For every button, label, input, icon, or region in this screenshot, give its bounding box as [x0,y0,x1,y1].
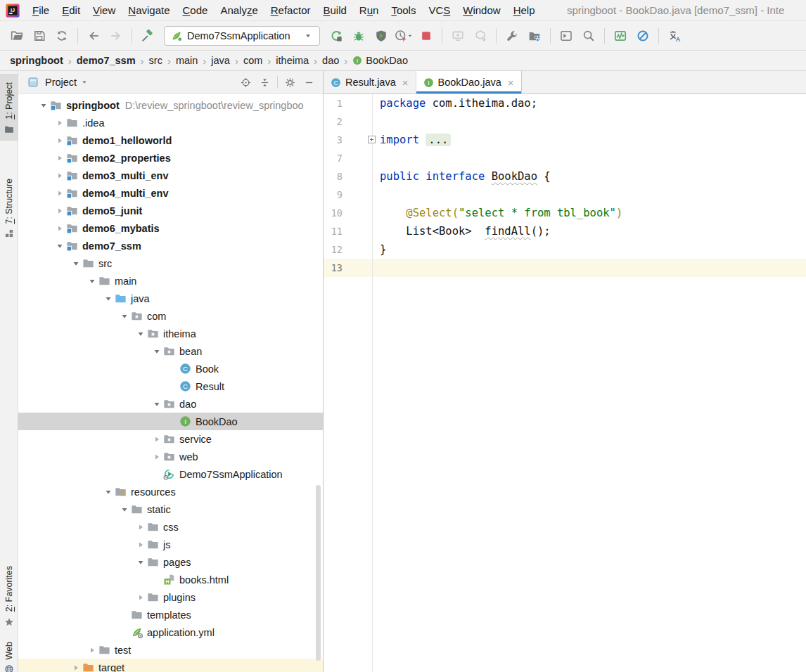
arrow-collapsed-icon[interactable] [134,536,147,553]
breadcrumb-item-src[interactable]: src [149,55,162,66]
collapse-all-button[interactable] [255,73,274,92]
tree-row-web[interactable]: web [18,448,323,465]
editor[interactable]: 1package com.itheima.dao;23import ...78p… [324,94,806,672]
tree-row-com[interactable]: com [18,307,323,325]
tool-window-tab-2-favorites[interactable]: 2: Favorites [0,557,18,633]
build-project-button[interactable] [136,25,159,46]
save-all-button[interactable] [28,25,51,46]
tree-row-bean[interactable]: bean [18,342,323,360]
tree-row-js[interactable]: js [18,536,323,553]
fold-expand-icon[interactable] [368,136,376,143]
tree-row-demo6-mybatis[interactable]: demo6_mybatis [18,219,323,237]
tree-row-idea[interactable]: .idea [18,114,323,131]
tree-row-demo7-ssm[interactable]: demo7_ssm [18,237,323,254]
stop-button[interactable] [415,25,437,46]
tree-row-book[interactable]: CBook [18,360,323,377]
menu-item-code[interactable]: Code [177,0,215,21]
arrow-collapsed-icon[interactable] [53,184,66,202]
close-tab-icon[interactable]: × [508,77,514,88]
arrow-expanded-icon[interactable] [150,342,163,360]
editor-empty-area[interactable] [324,277,806,672]
menu-item-help[interactable]: Help [507,0,542,21]
tree-row-templates[interactable]: templates [18,606,323,623]
menu-item-edit[interactable]: Edit [56,0,87,21]
tree-row-static[interactable]: static [18,500,323,518]
blocker-button[interactable] [632,25,654,46]
run-button[interactable] [325,25,347,46]
editor-tab-result-java[interactable]: CResult.java× [324,71,416,93]
menu-item-window[interactable]: Window [456,0,506,21]
arrow-collapsed-icon[interactable] [53,131,66,149]
menu-item-refactor[interactable]: Refactor [264,0,317,21]
hide-panel-button[interactable] [300,73,319,92]
arrow-expanded-icon[interactable] [85,272,98,290]
breadcrumb-item-java[interactable]: java [211,55,230,66]
tree-row-books-html[interactable]: Hbooks.html [18,571,323,588]
menu-item-vcs[interactable]: VCS [422,0,456,21]
tree-row-demo3-multi-env[interactable]: demo3_multi_env [18,167,323,184]
translate-button[interactable]: A [663,25,686,46]
arrow-collapsed-icon[interactable] [134,518,147,536]
arrow-expanded-icon[interactable] [69,254,82,272]
synchronize-button[interactable] [51,25,73,46]
attach-debugger-button[interactable] [447,25,469,46]
arrow-collapsed-icon[interactable] [69,659,82,672]
tree-row-bookdao[interactable]: IBookDao [18,413,323,430]
breadcrumb-item-dao[interactable]: dao [322,55,339,66]
run-anything-button[interactable] [555,25,577,46]
search-everywhere-button[interactable] [577,25,600,46]
close-tab-icon[interactable]: × [402,77,409,88]
back-button[interactable] [82,25,105,46]
tool-window-tab-7-structure[interactable]: 7: Structure [0,170,18,245]
activity-monitor-button[interactable] [609,25,632,46]
tree-row-resources[interactable]: resources [18,483,323,500]
folded-imports-chip[interactable]: ... [426,134,451,146]
tree-row-java[interactable]: java [18,290,323,307]
menu-item-file[interactable]: File [26,0,56,21]
arrow-collapsed-icon[interactable] [134,588,147,606]
menu-item-run[interactable]: Run [353,0,385,21]
arrow-expanded-icon[interactable] [101,290,115,307]
run-with-coverage-button[interactable] [370,25,392,46]
tree-row-src[interactable]: src [18,254,323,272]
locate-button[interactable] [236,73,255,92]
tree-row-pages[interactable]: pages [18,553,323,571]
breadcrumb-item-demo7-ssm[interactable]: demo7_ssm [77,55,136,66]
arrow-expanded-icon[interactable] [101,483,115,500]
forward-button[interactable] [105,25,127,46]
project-structure-button[interactable] [523,25,546,46]
breadcrumb-item-com[interactable]: com [243,55,262,66]
arrow-collapsed-icon[interactable] [53,202,66,219]
menu-item-analyze[interactable]: Analyze [214,0,264,21]
breadcrumb-item-springboot[interactable]: springboot [10,55,63,66]
tree-row-dao[interactable]: dao [18,395,323,413]
tree-scrollbar[interactable] [316,485,321,661]
editor-tab-bookdao-java[interactable]: IBookDao.java× [416,71,522,93]
tree-row-result[interactable]: CResult [18,377,323,395]
arrow-expanded-icon[interactable] [150,395,163,413]
update-application-button[interactable] [469,25,492,46]
arrow-expanded-icon[interactable] [53,237,66,254]
tool-window-tab-1-project[interactable]: 1: Project [0,74,18,141]
breadcrumb-item-itheima[interactable]: itheima [276,55,309,66]
debug-button[interactable] [347,25,370,46]
tree-row-css[interactable]: css [18,518,323,536]
tree-row-springboot[interactable]: springbootD:\review_springboot\review_sp… [18,96,323,114]
arrow-expanded-icon[interactable] [117,307,131,325]
arrow-expanded-icon[interactable] [134,553,147,571]
arrow-collapsed-icon[interactable] [53,167,66,184]
arrow-collapsed-icon[interactable] [53,219,66,237]
tree-row-demo1-helloworld[interactable]: demo1_helloworld [18,131,323,149]
arrow-collapsed-icon[interactable] [85,641,98,659]
breadcrumb-item-bookdao[interactable]: IBookDao [352,55,408,66]
profiler-button[interactable] [392,25,415,46]
run-config-select[interactable]: Demo7SsmApplication [164,26,320,46]
tree-row-test[interactable]: test [18,641,323,659]
tree-row-plugins[interactable]: plugins [18,588,323,606]
arrow-collapsed-icon[interactable] [150,430,163,448]
tree-row-itheima[interactable]: itheima [18,325,323,342]
tree-row-application-yml[interactable]: application.yml [18,623,323,641]
tree-row-main[interactable]: main [18,272,323,290]
arrow-expanded-icon[interactable] [134,325,147,342]
menu-item-view[interactable]: View [87,0,122,21]
